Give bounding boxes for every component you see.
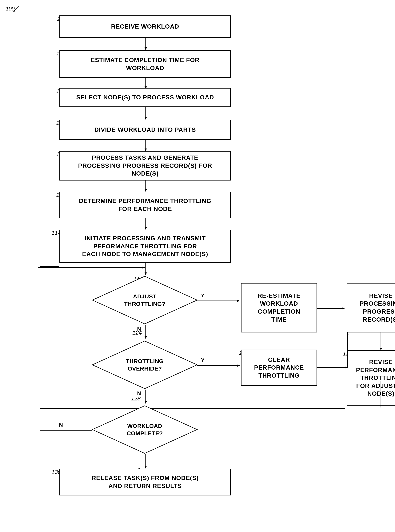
arrow-122-down <box>379 381 383 408</box>
box-revise-throttling: REVISE PERFORMANCE THROTTLING FOR ADJUST… <box>347 350 395 406</box>
flowchart: 100 102 RECEIVE WORKLOAD 104 ESTIMATE CO… <box>0 0 395 532</box>
arrow-110-112 <box>144 180 148 193</box>
label-y1: Y <box>201 293 204 299</box>
step-num-128: 128 <box>131 395 141 402</box>
box-re-estimate: RE-ESTIMATE WORKLOAD COMPLETION TIME <box>241 283 317 332</box>
box-receive-workload: RECEIVE WORKLOAD <box>60 16 231 38</box>
box-release-tasks: RELEASE TASK(S) FROM NODE(S) AND RETURN … <box>60 469 231 495</box>
box-estimate-time: ESTIMATE COMPLETION TIME FOR WORKLOAD <box>60 50 231 78</box>
arrow-102-104 <box>144 38 148 51</box>
svg-marker-34 <box>237 364 240 367</box>
svg-marker-38 <box>346 332 349 335</box>
box-select-nodes: SELECT NODE(S) TO PROCESS WORKLOAD <box>60 88 231 107</box>
arrow-116-124 <box>144 325 148 340</box>
diamond-throttling-override: THROTTLING OVERRIDE? <box>91 340 198 390</box>
loop-left-v2 <box>38 408 42 431</box>
arrow-118-120-h <box>317 307 346 310</box>
box-clear-throttling: CLEAR PERFORMANCE THROTTLING <box>241 350 317 386</box>
arrow-124-128 <box>144 390 148 405</box>
svg-marker-15 <box>145 272 147 275</box>
arrow-126-120-v <box>346 332 350 368</box>
loop-left-v <box>38 263 42 408</box>
svg-marker-7 <box>145 117 147 120</box>
svg-marker-22 <box>237 300 240 302</box>
svg-marker-31 <box>145 336 147 339</box>
arrow-106-108 <box>144 107 148 121</box>
label-n3: N <box>59 422 63 428</box>
box-determine-throttling: DETERMINE PERFORMANCE THROTTLING FOR EAC… <box>60 192 231 218</box>
arrow-116-118-h <box>197 299 241 303</box>
loop-top-arrow <box>38 265 148 270</box>
svg-marker-45 <box>145 466 147 469</box>
arrow-112-114 <box>144 218 148 231</box>
diamond-workload-complete: WORKLOAD COMPLETE? <box>91 405 198 454</box>
svg-marker-11 <box>145 189 147 192</box>
step-num-124: 124 <box>132 329 142 336</box>
svg-marker-13 <box>145 227 147 230</box>
box-revise-records: REVISE PROCESSING PROGRESS RECORD(S) <box>347 283 395 332</box>
ref-arrow <box>11 4 23 15</box>
svg-marker-19 <box>142 266 145 269</box>
box-initiate-processing: INITIATE PROCESSING AND TRANSMIT PEFORMA… <box>60 230 231 263</box>
svg-marker-24 <box>342 307 345 309</box>
arrow-128-n-h <box>40 429 92 432</box>
arrow-126-120-h <box>317 366 349 369</box>
box-process-tasks: PROCESS TASKS AND GENERATE PROCESSING PR… <box>60 151 231 180</box>
arrow-124-126-h <box>197 364 241 368</box>
svg-marker-3 <box>145 47 147 50</box>
arrow-120-122 <box>379 332 383 352</box>
svg-marker-40 <box>145 401 147 404</box>
svg-marker-26 <box>380 348 382 351</box>
arrow-108-110 <box>144 140 148 152</box>
label-y2: Y <box>201 357 204 363</box>
diamond-adjust-throttling: ADJUST THROTTLING? <box>91 275 198 325</box>
arrow-128-130 <box>144 454 148 470</box>
box-divide-workload: DIVIDE WORKLOAD INTO PARTS <box>60 120 231 140</box>
